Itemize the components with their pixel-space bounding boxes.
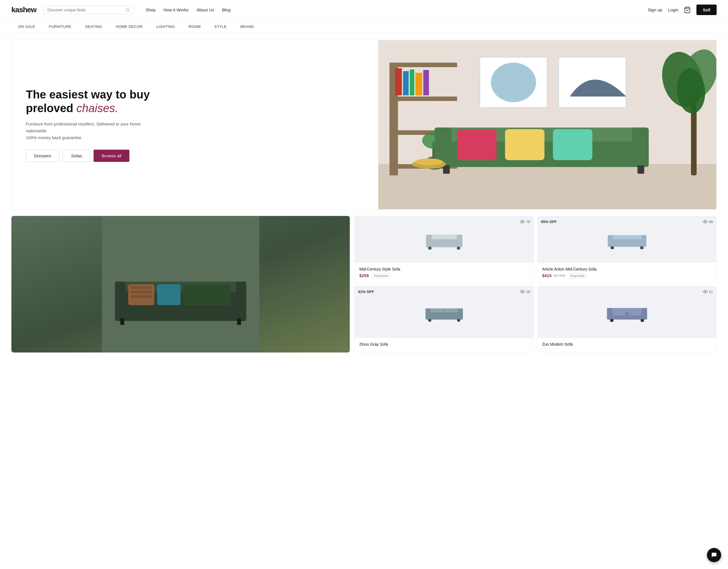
svg-point-33 [415,158,443,165]
svg-rect-63 [611,247,614,249]
cat-brand[interactable]: BRAND [233,20,261,33]
signup-link[interactable]: Sign up [648,7,662,12]
product-title-2: Article Anton Mid-Century Sofa [542,267,712,271]
svg-rect-30 [443,165,450,174]
svg-rect-76 [607,308,612,320]
products-section: Sofas under $500 Explore our collection … [11,216,717,353]
svg-rect-49 [120,319,124,325]
sell-button[interactable]: Sell [696,5,717,15]
svg-point-51 [522,221,523,222]
svg-rect-66 [425,311,463,320]
svg-rect-56 [428,247,431,249]
svg-rect-14 [423,70,429,95]
svg-rect-54 [426,235,432,247]
cat-on-sale[interactable]: ON SALE [11,20,42,33]
eye-icon-4 [703,290,708,294]
svg-rect-42 [236,281,246,321]
nav-shop[interactable]: Shop [146,7,156,12]
svg-point-58 [704,221,706,222]
product-price-2: $415 $1,199 Negotiable [542,273,712,278]
cart-icon[interactable] [684,7,691,13]
svg-point-65 [522,291,523,293]
hero-btn-browse-all[interactable]: Browse all [94,150,129,162]
nav-about-us[interactable]: About Us [197,7,214,12]
svg-rect-79 [641,319,644,322]
negotiable-badge-2: Negotiable [567,273,588,278]
product-card-2[interactable]: 65% OFF 48 Article [537,216,717,282]
svg-rect-55 [457,235,462,247]
header: kashew Shop How it Works About Us Blog S… [0,0,728,20]
product-image-1: 78 [355,216,533,262]
cat-furniture[interactable]: FURNITURE [42,20,78,33]
svg-rect-61 [608,235,613,247]
svg-rect-6 [390,63,457,67]
main-nav: Shop How it Works About Us Blog [146,7,231,12]
views-badge-2: 48 [703,220,713,224]
price-current-2: $415 [542,273,551,278]
views-badge-4: 11 [703,290,713,294]
discount-badge-2: 65% OFF [541,220,557,224]
search-bar[interactable] [43,6,134,14]
svg-rect-27 [457,129,497,160]
product-info-4: Zuo Modern Sofa [537,338,716,352]
product-title-3: Zinus Gray Sofa [359,342,529,347]
hero-title-prefix: preloved [26,102,76,114]
svg-rect-57 [457,247,460,249]
hero-btn-dressers[interactable]: Dressers [26,150,59,162]
nav-how-it-works[interactable]: How it Works [164,7,189,12]
product-card-3[interactable]: 61% OFF 26 [354,286,534,353]
sofa-illustration-2 [604,228,650,250]
svg-point-73 [704,291,706,293]
svg-rect-47 [157,284,181,305]
cat-style[interactable]: STYLE [208,20,234,33]
product-grid: 78 Mid-Century Style Sofa $259 Negotiabl… [354,216,717,353]
feature-card[interactable]: Sofas under $500 Explore our collection [11,216,350,353]
cat-home-decor[interactable]: HOME DECOR [109,20,150,33]
sofa-illustration-1 [421,228,467,250]
svg-rect-48 [183,284,230,305]
sofa-illustration-4 [604,301,650,323]
hero-buttons: Dressers Sofas Browse all [26,150,364,162]
login-link[interactable]: Login [668,7,679,12]
svg-rect-31 [638,165,644,174]
svg-rect-11 [403,71,409,95]
product-card[interactable]: 78 Mid-Century Style Sofa $259 Negotiabl… [354,216,534,282]
eye-icon-2 [703,220,708,223]
hero-image [378,40,716,210]
views-badge-1: 78 [520,220,530,224]
hero-btn-sofas[interactable]: Sofas [63,150,90,162]
svg-rect-81 [613,309,625,316]
search-input[interactable] [47,8,123,12]
product-image-4: 11 [537,286,716,338]
cat-seating[interactable]: SEATING [78,20,109,33]
product-title-1: Mid-Century Style Sofa [359,267,529,271]
eye-icon-3 [520,290,525,294]
svg-rect-41 [115,281,125,321]
svg-rect-44 [131,286,152,289]
cat-room[interactable]: ROOM [182,20,207,33]
hero-title-accent: chaises. [76,102,118,114]
price-original-2: $1,199 [554,273,565,278]
product-title-4: Zuo Modern Sofa [542,342,712,347]
hero-subtitle: Furniture from professional resellers. D… [26,121,145,141]
hero-title-line1: The easiest way to buy [26,88,150,101]
svg-rect-4 [378,164,716,209]
svg-rect-13 [415,73,422,95]
product-card-4[interactable]: 11 Zuo Modern Sofa [537,286,717,353]
cat-lighting[interactable]: LIGHTING [150,20,182,33]
svg-rect-70 [428,319,431,322]
svg-rect-64 [640,247,643,249]
product-image-2: 65% OFF 48 [537,216,716,262]
svg-rect-69 [458,309,463,320]
logo[interactable]: kashew [11,5,36,14]
svg-line-1 [129,11,130,12]
price-current-1: $259 [359,273,369,278]
svg-rect-77 [642,308,647,320]
svg-rect-71 [457,319,460,322]
product-info-3: Zinus Gray Sofa [355,338,533,352]
nav-blog[interactable]: Blog [222,7,231,12]
product-price-1: $259 Negotiable [359,273,529,278]
discount-badge-3: 61% OFF [358,290,374,294]
hero-left: The easiest way to buy preloved chaises.… [12,40,378,210]
hero-section: The easiest way to buy preloved chaises.… [11,39,717,210]
